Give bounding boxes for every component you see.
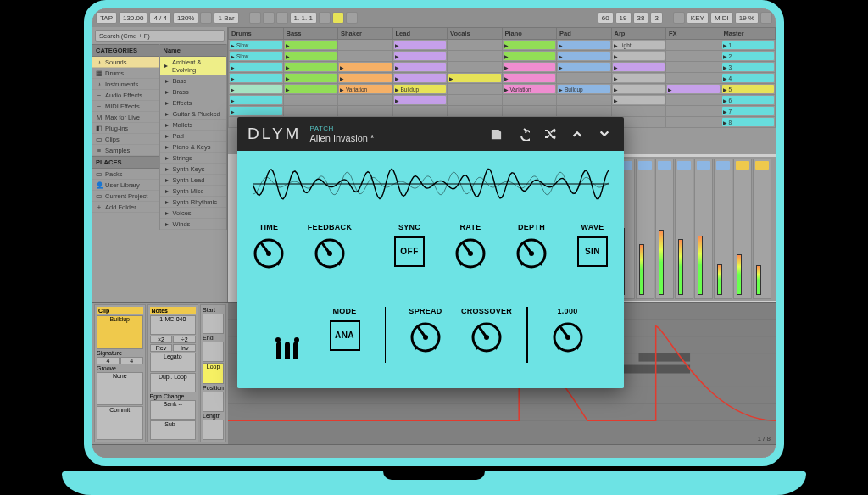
loop-start[interactable]: 60 bbox=[598, 12, 614, 24]
browser-item[interactable]: ▸Ambient & Evolving bbox=[160, 57, 227, 75]
clip-slot[interactable] bbox=[448, 73, 503, 84]
clip-slot[interactable]: Slow bbox=[229, 51, 284, 62]
prev-patch-icon[interactable] bbox=[568, 125, 587, 143]
clip-slot[interactable] bbox=[557, 106, 612, 117]
groove-select[interactable]: None bbox=[97, 372, 143, 406]
clip-slot[interactable] bbox=[502, 40, 557, 51]
clip-slot[interactable] bbox=[392, 106, 448, 117]
clip-slot[interactable] bbox=[229, 73, 284, 84]
track-header[interactable]: Vocals bbox=[448, 28, 503, 40]
clip-slot[interactable]: Variation bbox=[502, 84, 557, 95]
bpm-display[interactable]: 130.00 bbox=[119, 12, 147, 24]
browser-item[interactable]: ◧Plug-ins bbox=[92, 123, 159, 134]
clip-slot[interactable] bbox=[392, 40, 448, 51]
clip-slot[interactable] bbox=[229, 84, 284, 95]
clip-slot[interactable] bbox=[502, 95, 557, 106]
clip-slot[interactable] bbox=[611, 73, 666, 84]
clip-slot[interactable] bbox=[557, 73, 612, 84]
browser-item[interactable]: ~Audio Effects bbox=[92, 90, 159, 101]
clip-slot[interactable] bbox=[448, 40, 503, 51]
clip-slot[interactable] bbox=[611, 84, 666, 95]
browser-item[interactable]: ▸Guitar & Plucked bbox=[160, 108, 227, 120]
browser-item[interactable]: ▸Synth Lead bbox=[160, 175, 227, 186]
clip-slot[interactable]: 6 bbox=[721, 95, 776, 106]
clip-slot[interactable] bbox=[611, 106, 666, 117]
rate-knob[interactable] bbox=[453, 236, 487, 270]
mixer-strip[interactable] bbox=[636, 159, 654, 299]
next-patch-icon[interactable] bbox=[595, 125, 614, 143]
track-header[interactable]: Piano bbox=[502, 28, 557, 40]
mixer-strip[interactable] bbox=[655, 159, 674, 299]
feedback-knob[interactable] bbox=[313, 236, 347, 270]
draw-mode[interactable] bbox=[673, 12, 685, 24]
start-field[interactable] bbox=[203, 314, 224, 334]
time-knob[interactable] bbox=[252, 236, 286, 270]
clip-slot[interactable] bbox=[392, 62, 448, 73]
clip-slot[interactable]: 2 bbox=[721, 51, 776, 62]
clip-slot[interactable] bbox=[283, 40, 338, 51]
clip-slot[interactable] bbox=[338, 73, 393, 84]
clip-slot[interactable]: 1 bbox=[721, 40, 776, 51]
mixer-strip[interactable] bbox=[714, 159, 732, 299]
clip-slot[interactable] bbox=[502, 51, 557, 62]
browser-item[interactable]: ♪Instruments bbox=[92, 79, 159, 90]
browser-item[interactable]: ▸Pad bbox=[160, 131, 227, 142]
browser-item[interactable]: ▸Brass bbox=[160, 86, 227, 97]
double-tempo[interactable]: ×2 bbox=[150, 336, 173, 343]
crossover-knob[interactable] bbox=[470, 320, 504, 354]
browser-item[interactable]: ▭Packs bbox=[92, 169, 159, 180]
arrangement-record[interactable] bbox=[319, 12, 331, 24]
midi-map-button[interactable]: MIDI bbox=[710, 12, 733, 24]
clip-slot[interactable] bbox=[502, 62, 557, 73]
spread-knob[interactable] bbox=[409, 320, 442, 354]
end-field[interactable] bbox=[203, 342, 224, 362]
sig-den[interactable]: 4 bbox=[120, 357, 143, 364]
clip-slot[interactable] bbox=[283, 84, 338, 95]
browser-item[interactable]: ▸Effects bbox=[160, 97, 227, 108]
wave-button[interactable]: SIN bbox=[577, 236, 608, 267]
search-input[interactable]: Search (Cmd + F) bbox=[95, 30, 225, 42]
clip-slot[interactable] bbox=[392, 51, 448, 62]
bank-select[interactable]: Bank -- bbox=[150, 400, 197, 420]
browser-item[interactable]: ▸Winds bbox=[160, 219, 227, 230]
mixer-strip[interactable] bbox=[694, 159, 713, 299]
clip-slot[interactable]: Slow bbox=[229, 40, 284, 51]
track-header[interactable]: Master bbox=[721, 28, 776, 40]
clip-slot[interactable]: 5 bbox=[721, 84, 776, 95]
browser-item[interactable]: +Add Folder... bbox=[92, 202, 159, 213]
play-button[interactable] bbox=[249, 12, 261, 24]
clip-slot[interactable] bbox=[666, 84, 721, 95]
sync-button[interactable]: OFF bbox=[394, 236, 425, 267]
track-header[interactable]: Pad bbox=[557, 28, 612, 40]
browser-item[interactable]: ▸Mallets bbox=[160, 120, 227, 131]
clip-slot[interactable] bbox=[392, 95, 448, 106]
notes-pos[interactable]: 1-MC-040 bbox=[150, 315, 197, 335]
clip-slot[interactable] bbox=[229, 106, 284, 117]
sub-select[interactable]: Sub -- bbox=[150, 420, 197, 440]
bar-position[interactable]: 1. 1. 1 bbox=[290, 12, 317, 24]
browser-item[interactable]: ▸Strings bbox=[160, 153, 227, 164]
mixer-strip[interactable] bbox=[675, 159, 693, 299]
patch-name[interactable]: Alien Invasion * bbox=[309, 134, 374, 143]
clip-slot[interactable] bbox=[666, 40, 721, 51]
mixer-strip[interactable] bbox=[753, 159, 771, 299]
browser-item[interactable]: ♪Sounds bbox=[92, 57, 159, 68]
clip-slot[interactable] bbox=[283, 73, 338, 84]
clip-slot[interactable] bbox=[283, 95, 338, 106]
quantize-menu[interactable]: 1 Bar bbox=[214, 12, 238, 24]
zoom-level[interactable]: 130% bbox=[173, 12, 198, 24]
key-map-button[interactable]: KEY bbox=[687, 12, 709, 24]
browser-item[interactable]: MMax for Live bbox=[92, 112, 159, 123]
clip-slot[interactable] bbox=[611, 95, 666, 106]
browser-item[interactable]: ▦Drums bbox=[92, 68, 159, 79]
automation-arm[interactable] bbox=[332, 12, 344, 24]
clip-slot[interactable] bbox=[666, 106, 721, 117]
clip-slot[interactable] bbox=[611, 51, 666, 62]
track-header[interactable]: Shaker bbox=[338, 28, 393, 40]
track-header[interactable]: Arp bbox=[611, 28, 666, 40]
clip-slot[interactable] bbox=[611, 62, 666, 73]
clip-slot[interactable] bbox=[557, 62, 612, 73]
half-tempo[interactable]: ÷2 bbox=[173, 336, 196, 343]
browser-item[interactable]: ▸Synth Keys bbox=[160, 164, 227, 175]
length-field[interactable] bbox=[203, 420, 224, 440]
